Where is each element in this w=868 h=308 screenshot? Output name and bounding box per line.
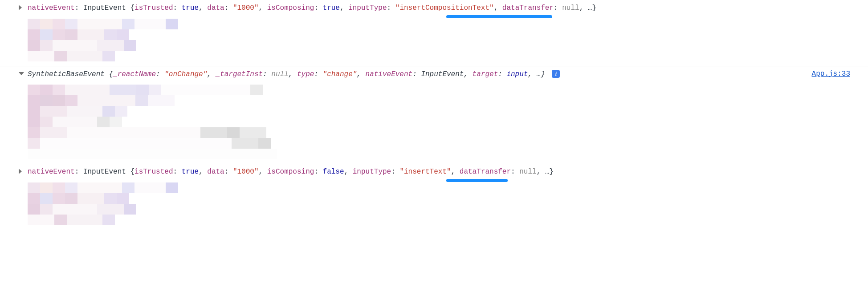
brace-close: } — [541, 70, 545, 78]
property-key: isComposing — [267, 4, 314, 12]
brace-close: } — [592, 4, 596, 12]
class-name: InputEvent — [83, 4, 126, 12]
console-log-row: nativeEvent: InputEvent {isTrusted: true… — [0, 164, 868, 181]
expand-arrow-icon[interactable] — [19, 5, 22, 10]
brace-close: } — [549, 168, 554, 176]
expand-arrow-icon[interactable] — [19, 169, 22, 174]
property-key: dataTransfer — [460, 168, 511, 176]
property-key: data — [207, 4, 224, 12]
bool-value: true — [182, 4, 199, 12]
string-value: "onChange" — [164, 70, 207, 78]
brace-open: { — [109, 70, 113, 78]
null-value: null — [519, 168, 536, 176]
string-value: "1000" — [233, 168, 259, 176]
ellipsis: … — [537, 70, 541, 78]
property-key: inputType — [353, 168, 391, 176]
brace-open: { — [130, 4, 134, 12]
type-value: InputEvent — [421, 70, 464, 78]
bool-value: true — [323, 4, 340, 12]
type-value: input — [506, 70, 528, 78]
string-value: "1000" — [233, 4, 259, 12]
property-key: target — [473, 70, 498, 78]
property-key: dataTransfer — [502, 4, 554, 12]
source-link[interactable]: App.js:33 — [812, 70, 850, 78]
property-key: isTrusted — [134, 4, 173, 12]
property-key: _reactName — [113, 70, 156, 78]
native-event-line: nativeEvent: InputEvent {isTrusted: true… — [28, 3, 596, 14]
string-value: "change" — [323, 70, 357, 78]
string-value: "insertText" — [399, 168, 451, 176]
highlight-underline — [446, 15, 552, 18]
synthetic-event-line: SyntheticBaseEvent {_reactName: "onChang… — [28, 69, 560, 81]
console-log-row: SyntheticBaseEvent {_reactName: "onChang… — [0, 66, 868, 83]
property-key: nativeEvent — [366, 70, 413, 78]
blurred-content — [28, 85, 868, 159]
property-key: nativeEvent — [28, 4, 75, 12]
info-icon[interactable]: i — [552, 70, 560, 78]
property-key: inputType — [348, 4, 387, 12]
colon: : — [75, 4, 83, 12]
bool-value: true — [182, 168, 199, 176]
console-log-row: nativeEvent: InputEvent {isTrusted: true… — [0, 0, 868, 17]
highlight-underline — [446, 179, 508, 182]
property-key: type — [297, 70, 314, 78]
property-key: data — [207, 168, 224, 176]
ellipsis: … — [545, 168, 550, 176]
blurred-content — [28, 182, 868, 225]
collapse-arrow-icon[interactable] — [19, 72, 24, 75]
brace-open: { — [130, 168, 134, 176]
property-key: isComposing — [267, 168, 314, 176]
null-value: null — [271, 70, 288, 78]
class-name: InputEvent — [83, 168, 126, 176]
colon: : — [75, 168, 83, 176]
property-key: _targetInst — [216, 70, 263, 78]
property-key: isTrusted — [134, 168, 173, 176]
bool-value: false — [323, 168, 344, 176]
null-value: null — [562, 4, 579, 12]
blurred-content — [28, 19, 868, 61]
property-key: nativeEvent — [28, 168, 75, 176]
string-value: "insertCompositionText" — [395, 4, 494, 12]
native-event-line: nativeEvent: InputEvent {isTrusted: true… — [28, 166, 554, 178]
class-name: SyntheticBaseEvent — [28, 70, 105, 78]
